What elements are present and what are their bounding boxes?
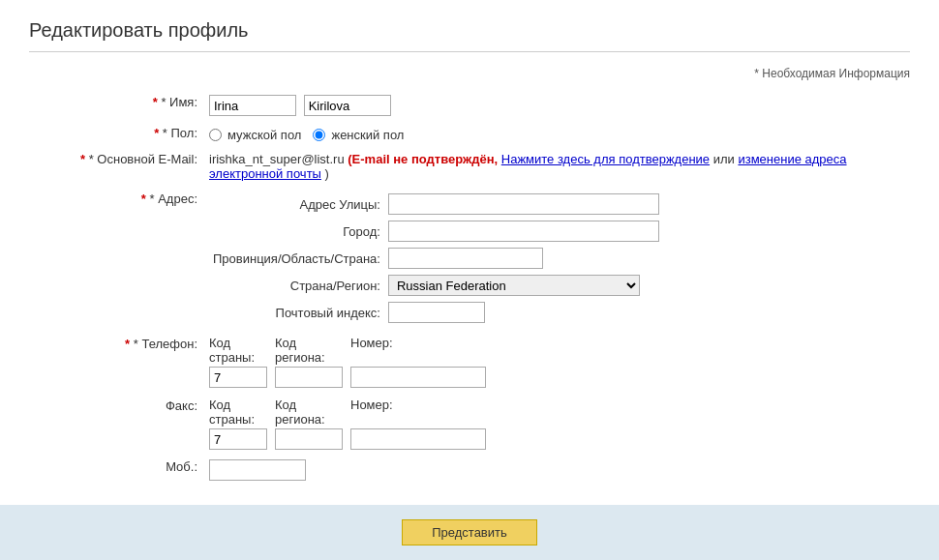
required-info: * Необходимая Информация [29, 67, 910, 80]
fax-input-cell: Код страны: Код региона: Номер: [203, 393, 910, 455]
city-row: Город: [209, 218, 663, 245]
address-required-asterisk: * [141, 192, 146, 206]
fax-inputs-row [209, 428, 904, 450]
phone-country-label: Код страны: [209, 336, 267, 365]
country-select[interactable]: Russian Federation United States Germany [388, 275, 640, 296]
phone-row: * * Телефон: Код страны: Код региона: Но… [29, 331, 910, 393]
zip-label-cell: Почтовый индекс: [209, 299, 384, 326]
phone-label: * Телефон: [134, 337, 197, 351]
gender-label: * Пол: [163, 126, 197, 140]
gender-male-label[interactable]: мужской пол [209, 128, 301, 142]
mobile-input[interactable] [209, 459, 306, 481]
phone-input-cell: Код страны: Код региона: Номер: [203, 331, 910, 393]
province-label-cell: Провинция/Область/Страна: [209, 245, 384, 272]
divider [29, 51, 910, 52]
mobile-label-cell: Моб.: [29, 455, 203, 486]
gender-female-label[interactable]: женский пол [313, 128, 404, 142]
phone-area-label: Код региона: [275, 336, 343, 365]
email-input-cell: irishka_nt_super@list.ru (E-mail не подт… [203, 147, 910, 186]
mobile-row: Моб.: [29, 455, 910, 486]
city-input[interactable] [388, 221, 659, 242]
email-close-paren: ) [325, 166, 329, 181]
first-name-input[interactable] [209, 95, 296, 116]
street-label-cell: Адрес Улицы: [209, 191, 384, 218]
email-value: irishka_nt_super@list.ru [209, 152, 345, 166]
phone-country-input[interactable] [209, 367, 267, 388]
name-label: * Имя: [161, 95, 197, 109]
fax-country-input[interactable] [209, 428, 267, 450]
gender-row: * * Пол: мужской пол женский пол [29, 121, 910, 147]
submit-button[interactable]: Представить [402, 519, 537, 545]
email-label-cell: * * Основной E-Mail: [29, 147, 203, 186]
fax-labels-row: Код страны: Код региона: Номер: [209, 398, 904, 427]
street-label: Адрес Улицы: [300, 197, 380, 212]
gender-required-asterisk: * [154, 126, 159, 140]
country-label-cell: Страна/Регион: [209, 272, 384, 299]
phone-number-label: Номер: [350, 336, 393, 365]
zip-input-cell [384, 299, 663, 326]
phone-number-input[interactable] [350, 367, 486, 388]
gender-radio-group: мужской пол женский пол [209, 126, 904, 142]
province-label: Провинция/Область/Страна: [213, 251, 380, 266]
province-row: Провинция/Область/Страна: [209, 245, 663, 272]
email-confirm-link[interactable]: Нажмите здесь для подтверждение [501, 152, 710, 166]
fax-country-label: Код страны: [209, 398, 267, 427]
phone-required-asterisk: * [125, 337, 130, 351]
address-input-cell: Адрес Улицы: Город: [203, 186, 910, 331]
country-input-cell: Russian Federation United States Germany [384, 272, 663, 299]
fax-area-input[interactable] [275, 428, 343, 450]
email-label: * Основной E-Mail: [89, 152, 197, 166]
name-label-cell: * * Имя: [29, 90, 203, 121]
gender-female-radio[interactable] [313, 129, 325, 141]
zip-label: Почтовый индекс: [276, 306, 380, 320]
province-input[interactable] [388, 248, 543, 269]
fax-number-label: Номер: [350, 398, 393, 427]
gender-male-text: мужской пол [227, 128, 301, 142]
form-table: * * Имя: * * Пол: мужской пол [29, 90, 910, 486]
email-required-asterisk: * [80, 152, 85, 166]
street-row: Адрес Улицы: [209, 191, 663, 218]
country-label: Страна/Регион: [290, 279, 380, 293]
page-container: Редактировать профиль * Необходимая Инфо… [0, 0, 939, 486]
address-row: * * Адрес: Адрес Улицы: Горо [29, 186, 910, 331]
street-input-cell [384, 191, 663, 218]
gender-male-radio[interactable] [209, 129, 222, 141]
country-row: Страна/Регион: Russian Federation United… [209, 272, 663, 299]
phone-labels-row: Код страны: Код региона: Номер: [209, 336, 904, 365]
footer-bar: Представить [0, 505, 939, 560]
fax-area-label: Код региона: [275, 398, 343, 427]
email-row: * * Основной E-Mail: irishka_nt_super@li… [29, 147, 910, 186]
zip-input[interactable] [388, 302, 485, 323]
address-label-cell: * * Адрес: [29, 186, 203, 331]
fax-number-input[interactable] [350, 428, 486, 450]
gender-female-text: женский пол [331, 128, 404, 142]
city-label-cell: Город: [209, 218, 384, 245]
fax-label: Факс: [166, 398, 197, 413]
email-unconfirmed-text: (E-mail не подтверждён, [348, 152, 498, 166]
gender-input-cell: мужской пол женский пол [203, 121, 910, 147]
city-input-cell [384, 218, 663, 245]
fax-row: Факс: Код страны: Код региона: Номер: [29, 393, 910, 455]
phone-area-input[interactable] [275, 367, 343, 388]
fax-label-cell: Факс: [29, 393, 203, 455]
name-row: * * Имя: [29, 90, 910, 121]
name-required-asterisk: * [153, 95, 158, 109]
email-or-text: или [713, 152, 735, 166]
gender-label-cell: * * Пол: [29, 121, 203, 147]
address-label: * Адрес: [150, 192, 198, 206]
zip-row: Почтовый индекс: [209, 299, 663, 326]
mobile-label: Моб.: [166, 459, 197, 474]
phone-inputs-row [209, 367, 904, 388]
phone-label-cell: * * Телефон: [29, 331, 203, 393]
name-input-cell [203, 90, 910, 121]
mobile-input-cell [203, 455, 910, 486]
street-input[interactable] [388, 193, 659, 215]
address-table: Адрес Улицы: Город: [209, 191, 663, 326]
last-name-input[interactable] [304, 95, 391, 116]
page-title: Редактировать профиль [29, 19, 910, 42]
city-label: Город: [343, 224, 380, 239]
province-input-cell [384, 245, 663, 272]
